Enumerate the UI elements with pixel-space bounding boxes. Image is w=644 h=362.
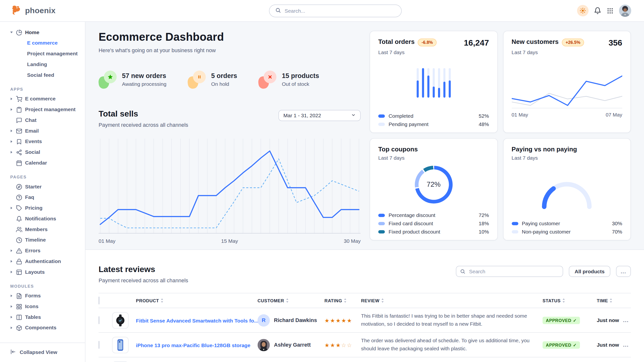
sidebar-item-icons[interactable]: Icons [0,301,85,312]
brand-logo[interactable]: phoenix [0,4,86,17]
sidebar-subitem-landing[interactable]: Landing [0,59,85,70]
reviews-search[interactable] [456,266,563,277]
sidebar-item-chat[interactable]: Chat [0,115,85,126]
order-bar [427,68,429,98]
sidebar-item-forms[interactable]: Forms [0,291,85,301]
caret-right-icon [10,327,13,329]
review-text: The order was delivered ahead of schedul… [361,337,530,353]
card-title: Total orders [378,38,414,46]
legend-value: 30% [612,221,622,226]
sidebar-item-project-management[interactable]: Project management [0,104,85,115]
customer-name: Richard Dawkins [274,317,317,323]
global-search-input[interactable] [284,8,395,14]
check-icon: ✓ [573,318,577,323]
check-icon: ✓ [573,343,577,347]
review-text: This Fitbit is fantastic! I was trying t… [361,312,530,328]
donut-center-label: 72% [426,181,440,189]
status-badge: APPROVED ✓ [542,341,580,349]
legend-value: 48% [479,121,489,127]
global-search[interactable] [269,5,402,17]
more-options-button[interactable]: ... [616,266,631,277]
new-customers-x-axis: 01 May 07 May [512,108,622,118]
table-row: Fitbit Sense Advanced Smartwatch with To… [98,308,631,333]
date-range-select[interactable]: Mar 1 - 31, 2022 [278,110,361,121]
sidebar-item-pricing[interactable]: Pricing [0,202,85,213]
card-value: 356 [608,38,622,48]
phoenix-logo-icon [10,4,21,17]
sidebar-item-events[interactable]: Events [0,136,85,147]
sidebar-item-errors[interactable]: Errors [0,245,85,256]
caret-down-icon [10,32,13,33]
x-tick: 07 May [606,112,622,118]
sidebar-item-timeline[interactable]: Timeline [0,235,85,245]
reviews-search-input[interactable] [456,266,563,277]
gauge-legend-item: Non-paying customer 70% [512,229,622,235]
column-header-status[interactable]: STATUS [542,298,597,303]
status-badge: APPROVED ✓ [542,317,580,324]
sidebar-item-tables[interactable]: Tables [0,312,85,323]
sidebar-subitem-social-feed[interactable]: Social feed [0,70,85,80]
order-bar [443,68,445,98]
column-header-rating[interactable]: RATING [324,298,361,303]
layout-icon [16,269,22,275]
sidebar-subitem-project-management[interactable]: Project management [0,48,85,59]
card-period: Last 7 days [378,155,489,161]
legend-label: Non-paying customer [522,229,570,235]
legend-value: 72% [479,212,489,218]
sidebar-item-faq[interactable]: Faq [0,192,85,203]
row-more-button[interactable]: ... [623,317,631,323]
collapse-sidebar-button[interactable]: Collapsed View [0,342,85,362]
sidebar-item-starter[interactable]: Starter [0,181,85,192]
theme-toggle-sun-icon[interactable] [577,5,588,16]
caret-right-icon [10,316,13,318]
sidebar-item-authentication[interactable]: Authentication [0,256,85,267]
sidebar-item-home[interactable]: Home [0,27,85,38]
column-header-product[interactable]: PRODUCT [136,298,258,303]
product-thumbnail [112,312,128,328]
legend-value: 52% [479,113,489,119]
sidebar-item-calendar[interactable]: Calendar [0,158,85,168]
legend-swatch [378,123,385,126]
clipboard-icon [16,107,22,113]
sidebar-section-pages: PAGES [0,168,85,181]
notifications-bell-icon[interactable] [594,7,601,14]
sidebar-subitem-e-commerce[interactable]: E commerce [0,38,85,48]
share-icon [16,149,22,155]
column-header-time[interactable]: TIME [597,298,623,303]
kpi-cards: Total orders -6.8% 16,247 Last 7 days Co… [370,31,631,240]
compass-icon [16,183,22,190]
stat-value: 5 orders [211,72,237,79]
coupons-legend-item: Fixed product discount 10% [378,229,489,235]
sidebar-item-notifications[interactable]: Notifications [0,213,85,224]
row-checkbox[interactable] [98,316,99,324]
apps-grid-icon[interactable] [607,7,614,14]
sidebar-item-components[interactable]: Components [0,323,85,333]
all-products-button[interactable]: All products [569,266,610,277]
calendar-icon [16,160,22,166]
sidebar-item-members[interactable]: Members [0,224,85,235]
row-more-button[interactable]: ... [623,342,631,348]
cart-icon [16,96,22,102]
column-header-customer[interactable]: CUSTOMER [258,298,324,303]
sidebar-item-e-commerce[interactable]: E commerce [0,94,85,104]
brand-name: phoenix [25,6,56,15]
user-avatar[interactable] [619,5,631,17]
stat-on-hold: 5 orders On hold [188,70,237,88]
product-link[interactable]: iPhone 13 pro max-Pacific Blue-128GB sto… [136,342,250,348]
lock-icon [16,258,22,264]
row-checkbox[interactable] [98,341,99,349]
sidebar-item-layouts[interactable]: Layouts [0,267,85,277]
reviews-title: Latest reviews [98,265,188,274]
column-header-review[interactable]: REVIEW [361,298,542,303]
stat-awating-processing: 57 new orders Awating processing [98,70,166,88]
caret-right-icon [10,207,13,209]
legend-value: 70% [612,229,622,235]
question-icon [16,194,22,200]
date-range-value: Mar 1 - 31, 2022 [283,113,321,119]
select-all-checkbox[interactable] [98,296,99,304]
sidebar-item-social[interactable]: Social [0,147,85,158]
customer-name: Ashley Garrett [274,342,311,348]
legend-label: Completed [388,113,414,119]
product-link[interactable]: Fitbit Sense Advanced Smartwatch with To… [136,318,258,324]
sidebar-item-email[interactable]: Email [0,126,85,136]
